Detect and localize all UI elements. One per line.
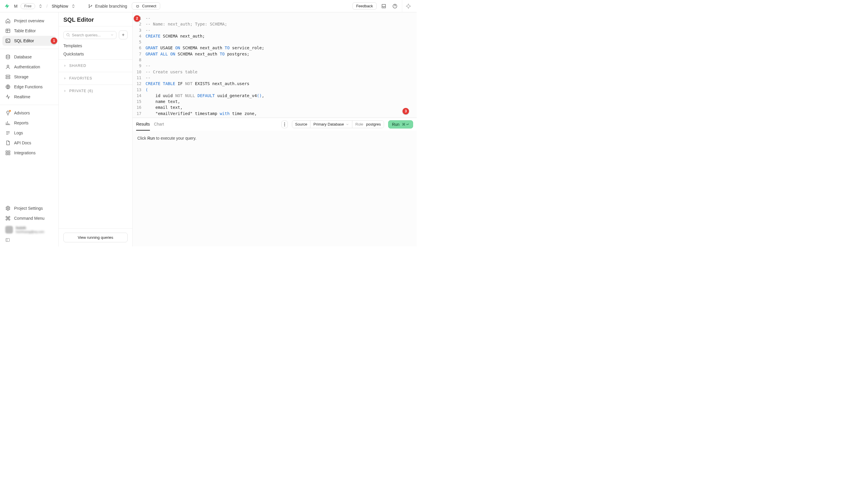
nav-label: Integrations (14, 150, 36, 155)
docs-icon (5, 140, 11, 145)
line-number: 11 (133, 75, 146, 81)
nav-integrations[interactable]: Integrations (2, 148, 56, 158)
new-query-button[interactable]: + (119, 31, 128, 39)
search-queries-input[interactable]: Search queries... (64, 31, 116, 39)
run-button[interactable]: Run ⌘ ↵ (388, 120, 413, 128)
source-button[interactable]: Source (292, 121, 310, 128)
enable-branching-button[interactable]: Enable branching (86, 3, 129, 10)
code-line[interactable]: 1-- (133, 15, 412, 21)
code-text: id uuid NOT NULL DEFAULT uuid_generate_v… (146, 93, 264, 98)
more-options-button[interactable] (282, 121, 288, 128)
code-line[interactable]: 10-- Create users table (133, 69, 412, 75)
svg-point-15 (7, 208, 9, 209)
nav-auth[interactable]: Authentication (2, 62, 56, 72)
nav-label: Advisors (14, 111, 30, 115)
nav-command-menu[interactable]: Command Menu (2, 213, 56, 223)
nav-table-editor[interactable]: Table Editor (2, 26, 56, 36)
reports-icon (5, 120, 11, 126)
code-text: -- (146, 63, 150, 69)
tab-results[interactable]: Results (136, 118, 150, 130)
code-text: "emailVerified" timestamp with time zone… (146, 111, 257, 116)
storage-icon (5, 74, 11, 79)
svg-rect-4 (6, 29, 10, 33)
connect-button[interactable]: Connect (132, 2, 160, 10)
feedback-button[interactable]: Feedback (352, 2, 377, 10)
code-line[interactable]: 5 (133, 39, 412, 45)
help-icon[interactable] (391, 2, 399, 10)
code-line[interactable]: 4CREATE SCHEMA next_auth; (133, 33, 412, 39)
code-line[interactable]: 12CREATE TABLE IF NOT EXISTS next_auth.u… (133, 81, 412, 87)
assistant-icon[interactable] (402, 0, 414, 12)
quickstarts-link[interactable]: Quickstarts (64, 52, 128, 56)
code-line[interactable]: 14 id uuid NOT NULL DEFAULT uuid_generat… (133, 93, 412, 98)
svg-point-0 (89, 4, 90, 5)
code-line[interactable]: 6GRANT USAGE ON SCHEMA next_auth TO serv… (133, 45, 412, 51)
code-line[interactable]: 15 name text, (133, 98, 412, 105)
section-private[interactable]: PRIVATE (6) (59, 85, 132, 97)
code-line[interactable]: 2-- Name: next_auth; Type: SCHEMA; (133, 21, 412, 27)
nav-label: API Docs (14, 141, 31, 145)
nav-reports[interactable]: Reports (2, 118, 56, 128)
avatar (5, 226, 13, 234)
code-line[interactable]: 8 (133, 57, 412, 63)
tab-chart[interactable]: Chart (154, 118, 164, 130)
code-line[interactable]: 17 "emailVerified" timestamp with time z… (133, 111, 412, 116)
code-line[interactable]: 11-- (133, 75, 412, 81)
project-name[interactable]: ShipNow (52, 4, 68, 8)
code-line[interactable]: 16 email text, (133, 105, 412, 110)
nav-project-settings[interactable]: Project Settings (2, 203, 56, 213)
line-number: 14 (133, 93, 146, 98)
step-badge-2: 2 (134, 15, 140, 22)
svg-point-6 (6, 55, 10, 56)
role-selector[interactable]: Role postgres (352, 121, 384, 128)
nav-advisors[interactable]: Advisors (2, 108, 56, 118)
user-block[interactable]: hxinh hxinhxang@xq.com (2, 223, 56, 236)
nav-realtime[interactable]: Realtime (2, 92, 56, 102)
line-number: 5 (133, 39, 146, 45)
nav-edge-functions[interactable]: Edge Functions (2, 82, 56, 92)
nav-label: Realtime (14, 94, 30, 99)
project-switch-chevron-icon[interactable] (72, 4, 75, 8)
org-letter[interactable]: M (14, 4, 18, 8)
nav-api-docs[interactable]: API Docs (2, 138, 56, 148)
run-shortcut: ⌘ ↵ (402, 122, 409, 126)
realtime-icon (5, 94, 11, 100)
inbox-icon[interactable] (380, 2, 388, 10)
svg-point-1 (89, 7, 90, 7)
section-favorites[interactable]: FAVORITES (59, 72, 132, 85)
collapse-sidebar-icon[interactable] (2, 236, 56, 244)
plan-pill[interactable]: Free (20, 3, 36, 9)
nav-label: Project overview (14, 18, 44, 23)
line-number: 3 (133, 27, 146, 33)
panel-title: SQL Editor (64, 16, 128, 23)
home-icon (5, 18, 11, 23)
nav-label: Storage (14, 74, 29, 79)
code-line[interactable]: 13( (133, 87, 412, 93)
code-line[interactable]: 9-- (133, 63, 412, 69)
org-switch-chevron-icon[interactable] (39, 4, 42, 8)
code-line[interactable]: 3-- (133, 27, 412, 33)
nav-sql-editor[interactable]: SQL Editor 1 (2, 36, 56, 46)
section-shared[interactable]: SHARED (59, 59, 132, 72)
nav-logs[interactable]: Logs (2, 128, 56, 138)
step-badge-1: 1 (51, 38, 57, 44)
code-line[interactable]: 7GRANT ALL ON SCHEMA next_auth TO postgr… (133, 51, 412, 57)
code-text: -- (146, 15, 150, 21)
breadcrumb-slash: / (47, 4, 48, 8)
line-number: 10 (133, 69, 146, 75)
view-running-queries-button[interactable]: View running queries (64, 233, 128, 242)
branch-label: Enable branching (95, 4, 127, 8)
templates-link[interactable]: Templates (64, 43, 128, 48)
nav-database[interactable]: Database (2, 52, 56, 62)
code-editor[interactable]: 2 1--2-- Name: next_auth; Type: SCHEMA;3… (133, 12, 417, 118)
database-selector[interactable]: Primary Database (310, 121, 352, 128)
nav-project-overview[interactable]: Project overview (2, 16, 56, 26)
code-text: email text, (146, 105, 182, 110)
source-selector: Source Primary Database Role postgres (292, 120, 384, 128)
svg-point-7 (7, 65, 9, 67)
nav-storage[interactable]: Storage (2, 72, 56, 82)
supabase-logo-icon (4, 3, 10, 9)
svg-point-18 (284, 122, 285, 123)
line-number: 7 (133, 51, 146, 57)
search-placeholder: Search queries... (72, 33, 101, 37)
